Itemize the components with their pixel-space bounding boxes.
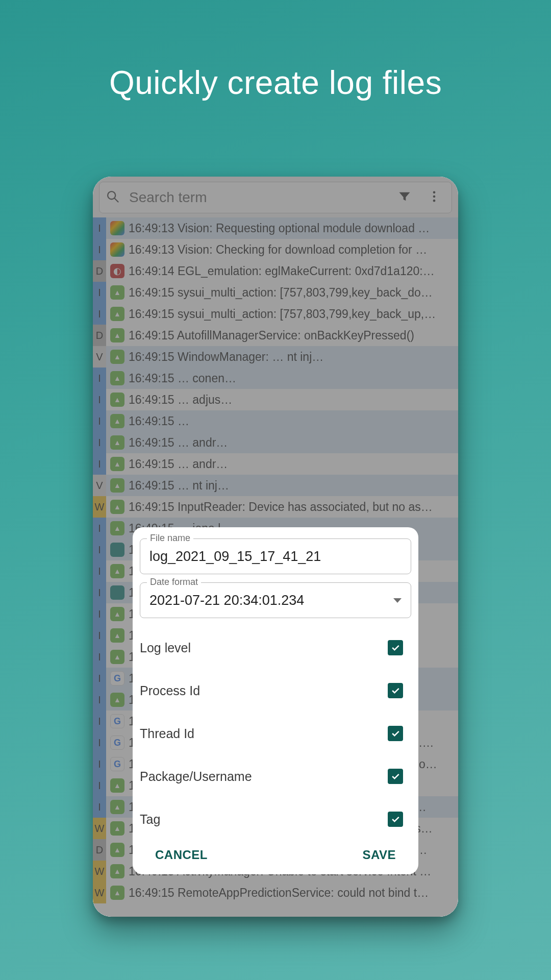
chevron-down-icon (393, 598, 402, 603)
checkbox-checked-icon[interactable] (388, 769, 403, 784)
file-name-field: File name (140, 538, 411, 574)
cancel-button[interactable]: CANCEL (155, 848, 208, 862)
option-label: Package/Username (140, 769, 252, 784)
option-label: Tag (140, 812, 160, 827)
checkbox-checked-icon[interactable] (388, 726, 403, 741)
checkbox-checked-icon[interactable] (388, 683, 403, 698)
option-thread-id[interactable]: Thread Id (133, 712, 418, 755)
option-label: Log level (140, 641, 191, 655)
save-log-dialog: File name Date format 2021-07-21 20:34:0… (133, 527, 418, 874)
phone-screen: I16:49:13 Vision: Requesting optional mo… (93, 177, 458, 917)
date-format-label: Date format (147, 577, 201, 587)
phone-frame: I16:49:13 Vision: Requesting optional mo… (93, 177, 458, 917)
checkbox-checked-icon[interactable] (388, 812, 403, 827)
file-name-label: File name (147, 533, 193, 544)
save-button[interactable]: SAVE (362, 848, 396, 862)
file-name-input[interactable] (140, 538, 411, 574)
option-label: Thread Id (140, 726, 194, 741)
date-format-select[interactable]: 2021-07-21 20:34:01.234 (140, 582, 411, 618)
option-package-username[interactable]: Package/Username (133, 755, 418, 798)
option-log-level[interactable]: Log level (133, 626, 418, 669)
option-tag[interactable]: Tag (133, 798, 418, 841)
date-format-value: 2021-07-21 20:34:01.234 (149, 593, 304, 608)
checkbox-checked-icon[interactable] (388, 640, 403, 655)
promo-title: Quickly create log files (0, 64, 551, 102)
option-label: Process Id (140, 683, 200, 698)
date-format-field: Date format 2021-07-21 20:34:01.234 (140, 582, 411, 618)
option-process-id[interactable]: Process Id (133, 669, 418, 712)
